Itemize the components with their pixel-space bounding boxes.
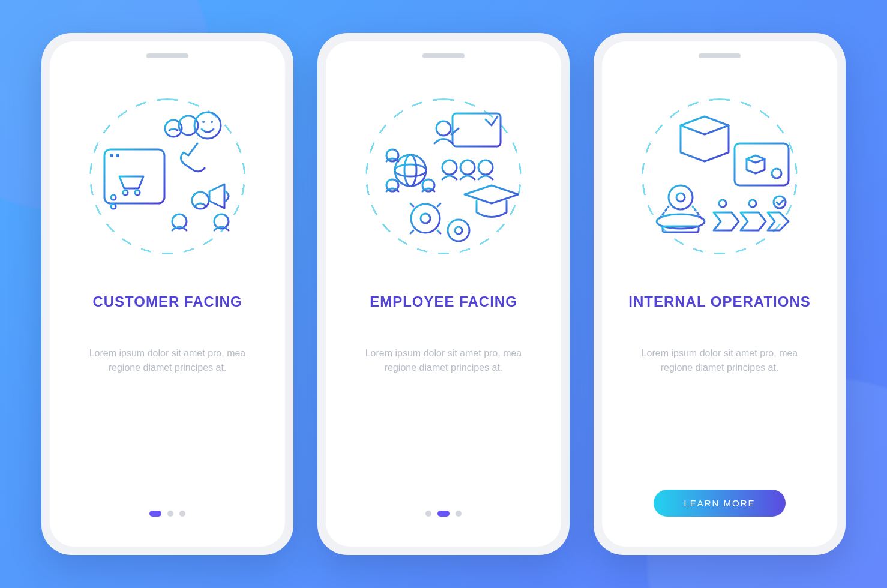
svg-point-44 <box>448 220 469 241</box>
svg-point-50 <box>772 169 781 178</box>
internal-operations-icon <box>639 95 801 257</box>
svg-point-2 <box>110 154 113 157</box>
svg-point-45 <box>455 227 462 234</box>
svg-point-26 <box>478 160 493 175</box>
svg-point-63 <box>749 200 756 207</box>
page-dot[interactable] <box>437 511 450 517</box>
svg-point-28 <box>395 164 426 176</box>
customer-facing-icon <box>86 95 248 257</box>
employee-facing-icon <box>362 95 525 257</box>
onboarding-screen-3: INTERNAL OPERATIONS Lorem ipsum dolor si… <box>602 41 837 547</box>
page-dot[interactable] <box>167 511 173 517</box>
svg-line-43 <box>410 230 413 233</box>
svg-point-25 <box>460 160 475 175</box>
page-dot[interactable] <box>425 511 431 517</box>
phone-mockup: CUSTOMER FACING Lorem ipsum dolor sit am… <box>41 33 293 555</box>
screen-title: CUSTOMER FACING <box>92 293 242 310</box>
svg-point-14 <box>211 121 213 123</box>
svg-rect-18 <box>453 113 501 146</box>
svg-point-53 <box>676 193 685 202</box>
svg-rect-47 <box>735 143 789 185</box>
svg-point-61 <box>719 200 726 207</box>
onboarding-screen-2: EMPLOYEE FACING Lorem ipsum dolor sit am… <box>326 41 561 547</box>
svg-point-6 <box>111 195 116 200</box>
svg-line-42 <box>437 203 440 206</box>
page-dot[interactable] <box>149 511 161 517</box>
page-dot[interactable] <box>456 511 462 517</box>
svg-point-3 <box>116 154 119 157</box>
svg-line-40 <box>410 203 413 206</box>
phone-mockup: EMPLOYEE FACING Lorem ipsum dolor sit am… <box>317 33 570 555</box>
svg-point-4 <box>123 190 128 195</box>
screen-body: Lorem ipsum dolor sit amet pro, mea regi… <box>353 346 534 375</box>
svg-point-24 <box>442 160 457 175</box>
screen-title: EMPLOYEE FACING <box>370 293 517 310</box>
svg-point-5 <box>135 190 140 195</box>
learn-more-button[interactable]: LEARN MORE <box>654 490 785 517</box>
svg-point-22 <box>436 121 451 136</box>
page-dot[interactable] <box>179 511 185 517</box>
onboarding-screen-1: CUSTOMER FACING Lorem ipsum dolor sit am… <box>50 41 285 547</box>
page-indicator[interactable] <box>425 511 462 523</box>
page-indicator[interactable] <box>149 511 185 523</box>
device-row: CUSTOMER FACING Lorem ipsum dolor sit am… <box>0 0 887 588</box>
phone-mockup: INTERNAL OPERATIONS Lorem ipsum dolor si… <box>594 33 846 555</box>
screen-title: INTERNAL OPERATIONS <box>628 293 810 310</box>
screen-body: Lorem ipsum dolor sit amet pro, mea regi… <box>77 346 257 375</box>
svg-point-29 <box>404 155 416 186</box>
screen-body: Lorem ipsum dolor sit amet pro, mea regi… <box>630 346 810 375</box>
svg-point-35 <box>421 214 430 223</box>
svg-point-34 <box>411 204 440 233</box>
svg-point-13 <box>202 121 205 123</box>
svg-point-7 <box>111 204 116 209</box>
svg-point-27 <box>395 155 426 186</box>
svg-point-65 <box>774 196 786 208</box>
svg-line-41 <box>437 230 440 233</box>
svg-point-52 <box>669 185 693 209</box>
